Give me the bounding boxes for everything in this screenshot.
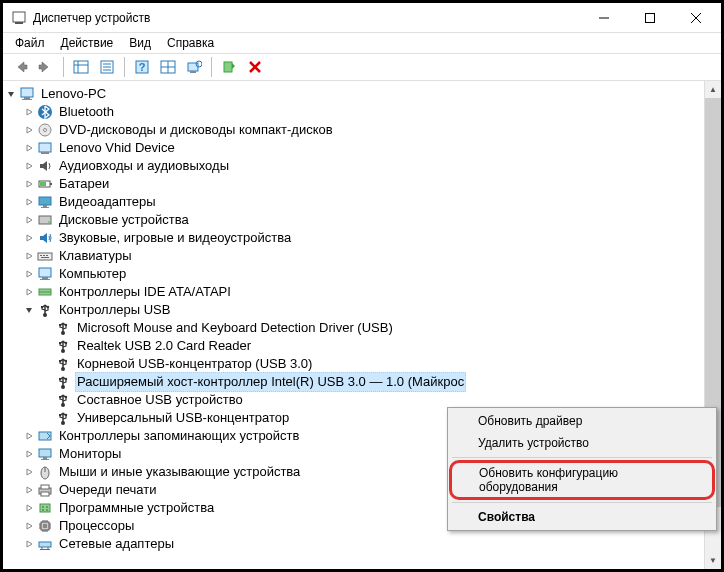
minimize-button[interactable]: [581, 3, 627, 33]
menu-action[interactable]: Действие: [53, 34, 122, 52]
expand-icon[interactable]: [21, 104, 37, 120]
tree-node[interactable]: Батареи: [3, 175, 721, 193]
monitor-icon: [37, 446, 53, 462]
expand-icon[interactable]: [21, 158, 37, 174]
tree-node[interactable]: Клавиатуры: [3, 247, 721, 265]
close-button[interactable]: [673, 3, 719, 33]
tree-node-label: Клавиатуры: [57, 247, 134, 265]
expand-icon[interactable]: [21, 536, 37, 552]
tree-node-label: Составное USB устройство: [75, 391, 245, 409]
tree-node-label: Дисковые устройства: [57, 211, 191, 229]
expand-icon[interactable]: [21, 482, 37, 498]
tree-node[interactable]: Microsoft Mouse and Keyboard Detection D…: [3, 319, 721, 337]
tree-node[interactable]: DVD-дисководы и дисководы компакт-дисков: [3, 121, 721, 139]
back-button[interactable]: [8, 55, 32, 79]
ctx-scan-hardware[interactable]: Обновить конфигурацию оборудования: [449, 460, 715, 500]
expand-icon[interactable]: [21, 176, 37, 192]
svg-rect-86: [41, 459, 49, 460]
svg-point-78: [65, 396, 67, 398]
svg-rect-114: [40, 549, 50, 550]
toolbar-separator: [211, 57, 212, 77]
menu-file[interactable]: Файл: [7, 34, 53, 52]
print-icon: [37, 482, 53, 498]
collapse-icon[interactable]: [21, 302, 37, 318]
expand-icon[interactable]: [21, 446, 37, 462]
tree-node-label: Расширяемый хост-контроллер Intel(R) USB…: [75, 372, 466, 392]
tree-node[interactable]: Контроллеры USB: [3, 301, 721, 319]
tree-node[interactable]: Расширяемый хост-контроллер Intel(R) USB…: [3, 373, 721, 391]
expand-icon[interactable]: [21, 122, 37, 138]
tree-node-label: Корневой USB-концентратор (USB 3.0): [75, 355, 314, 373]
svg-rect-98: [43, 524, 47, 528]
usb-icon: [55, 392, 71, 408]
svg-rect-42: [43, 255, 45, 256]
svg-rect-35: [39, 197, 51, 205]
scroll-up-button[interactable]: ▲: [705, 81, 721, 98]
ctx-update-driver[interactable]: Обновить драйвер: [450, 410, 714, 432]
tree-node[interactable]: Дисковые устройства: [3, 211, 721, 229]
expand-icon[interactable]: [21, 500, 37, 516]
expand-icon[interactable]: [21, 212, 37, 228]
keyboard-icon: [37, 248, 53, 264]
update-driver-button[interactable]: [217, 55, 241, 79]
tree-node[interactable]: Корневой USB-концентратор (USB 3.0): [3, 355, 721, 373]
expander-spacer: [39, 410, 55, 426]
maximize-button[interactable]: [627, 3, 673, 33]
expand-icon[interactable]: [21, 230, 37, 246]
tree-node-label: Контроллеры USB: [57, 301, 172, 319]
expand-icon[interactable]: [21, 266, 37, 282]
expander-spacer: [39, 392, 55, 408]
show-hidden-button[interactable]: [69, 55, 93, 79]
expand-icon[interactable]: [21, 284, 37, 300]
menu-help[interactable]: Справка: [159, 34, 222, 52]
svg-rect-45: [39, 268, 51, 277]
usb-icon: [55, 320, 71, 336]
view-button[interactable]: [156, 55, 180, 79]
svg-rect-41: [40, 255, 42, 256]
tree-node[interactable]: Bluetooth: [3, 103, 721, 121]
help-button[interactable]: ?: [130, 55, 154, 79]
tree-node-label: Компьютер: [57, 265, 128, 283]
tree-node[interactable]: Аудиовходы и аудиовыходы: [3, 157, 721, 175]
ctx-remove-device[interactable]: Удалить устройство: [450, 432, 714, 454]
ctx-properties-label: Свойства: [478, 510, 535, 524]
tree-node-label: Батареи: [57, 175, 111, 193]
storage-icon: [37, 428, 53, 444]
svg-rect-61: [59, 324, 61, 326]
svg-rect-33: [50, 183, 52, 185]
uninstall-button[interactable]: [243, 55, 267, 79]
expand-icon[interactable]: [21, 140, 37, 156]
svg-point-66: [65, 342, 67, 344]
titlebar: Диспетчер устройств: [3, 3, 721, 33]
ide-icon: [37, 284, 53, 300]
tree-node[interactable]: Звуковые, игровые и видеоустройства: [3, 229, 721, 247]
expand-icon[interactable]: [21, 464, 37, 480]
scan-hardware-button[interactable]: [182, 55, 206, 79]
expand-icon[interactable]: [21, 518, 37, 534]
app-icon: [11, 10, 27, 26]
expand-icon[interactable]: [21, 194, 37, 210]
tree-node-label: Realtek USB 2.0 Card Reader: [75, 337, 253, 355]
svg-rect-24: [21, 88, 33, 97]
svg-rect-84: [39, 449, 51, 457]
tree-node[interactable]: Realtek USB 2.0 Card Reader: [3, 337, 721, 355]
tree-node[interactable]: Компьютер: [3, 265, 721, 283]
expand-icon[interactable]: [21, 428, 37, 444]
scroll-down-button[interactable]: ▼: [705, 552, 721, 569]
tree-node[interactable]: Lenovo-PC: [3, 85, 721, 103]
tree-node[interactable]: Контроллеры IDE ATA/ATAPI: [3, 283, 721, 301]
usb-icon: [55, 410, 71, 426]
tree-node[interactable]: Сетевые адаптеры: [3, 535, 721, 553]
tree-node-label: Bluetooth: [57, 103, 116, 121]
disk-icon: [37, 212, 53, 228]
ctx-properties[interactable]: Свойства: [450, 506, 714, 528]
tree-node[interactable]: Lenovo Vhid Device: [3, 139, 721, 157]
forward-button[interactable]: [34, 55, 58, 79]
svg-rect-111: [39, 542, 51, 547]
expand-icon[interactable]: [21, 248, 37, 264]
menu-view[interactable]: Вид: [121, 34, 159, 52]
svg-point-62: [65, 324, 67, 326]
tree-node[interactable]: Видеоадаптеры: [3, 193, 721, 211]
properties-button[interactable]: [95, 55, 119, 79]
collapse-icon[interactable]: [3, 86, 19, 102]
